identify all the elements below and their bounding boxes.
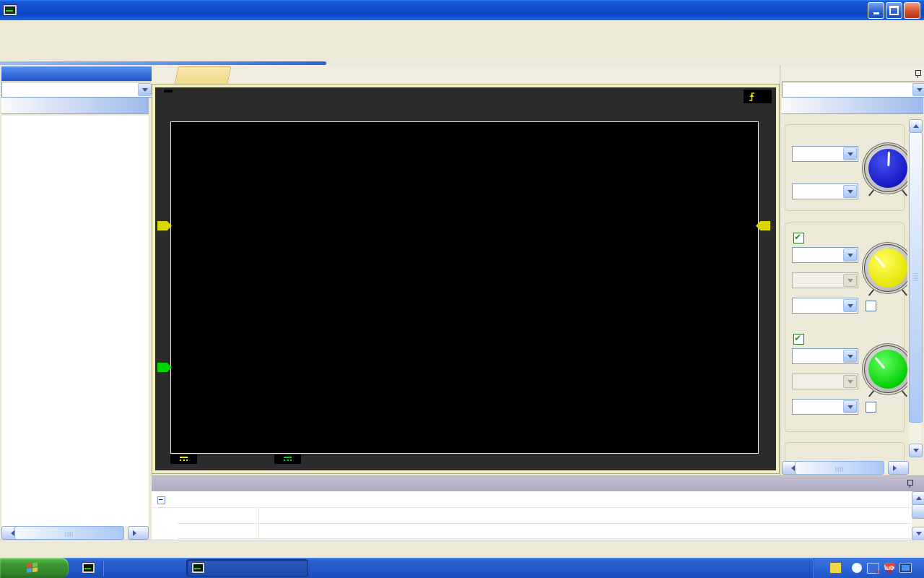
ch1-scale-select[interactable] <box>792 247 858 263</box>
system-tray: \u00d7 <box>814 558 924 578</box>
chevron-down-icon[interactable] <box>843 249 857 262</box>
close-button[interactable] <box>904 2 920 19</box>
control-panel-rebar-strip <box>782 98 923 114</box>
output-row <box>178 508 911 524</box>
ch1-position-marker[interactable] <box>157 221 172 230</box>
ch1-invert-checkbox[interactable] <box>866 301 876 311</box>
scroll-right-icon[interactable] <box>128 526 149 540</box>
ch1-position-knob[interactable] <box>864 244 907 292</box>
output-row <box>178 523 911 539</box>
output-row-label <box>178 523 259 538</box>
chevron-down-icon[interactable] <box>138 83 152 96</box>
minimize-button[interactable] <box>868 2 884 19</box>
control-panel-content <box>783 116 907 464</box>
ch2-readout <box>274 454 301 464</box>
time-div-select[interactable] <box>792 146 858 162</box>
rising-edge-icon <box>748 91 756 102</box>
measure-panel: |||| <box>0 65 152 540</box>
scroll-right-icon[interactable] <box>888 461 909 475</box>
language-bar-icon[interactable] <box>829 562 842 574</box>
control-panel: |||| |||| <box>780 65 924 475</box>
dc-coupling-icon <box>284 457 292 463</box>
scope-graticule-and-traces <box>171 122 758 453</box>
scroll-up-icon[interactable] <box>912 491 924 505</box>
output-body <box>152 491 911 541</box>
output-panel-header <box>152 476 924 491</box>
output-vscrollbar[interactable] <box>912 491 924 540</box>
chevron-down-icon[interactable] <box>843 400 857 413</box>
ch2-position-marker[interactable] <box>157 363 172 372</box>
ch1-enable-checkbox[interactable] <box>793 233 804 243</box>
windows-logo-icon <box>27 562 38 574</box>
ch2-probe-select[interactable] <box>792 399 858 415</box>
toolbar <box>0 39 924 61</box>
control-panel-select[interactable] <box>782 82 924 98</box>
ch1-probe-select[interactable] <box>792 298 858 314</box>
chevron-down-icon[interactable] <box>843 350 857 363</box>
titlebar <box>0 0 924 20</box>
taskbar-app-button[interactable] <box>186 559 308 577</box>
scope-tabbar <box>152 65 780 85</box>
chevron-down-icon[interactable] <box>843 299 857 312</box>
ch1-readout <box>170 454 197 464</box>
ch1-coupling-select <box>792 272 858 288</box>
scope-screen <box>155 87 776 470</box>
measure-tree <box>1 116 149 527</box>
app-icon <box>191 562 205 574</box>
collapse-icon[interactable] <box>157 496 165 504</box>
scope-topbar <box>155 87 776 106</box>
pin-icon[interactable] <box>907 480 912 488</box>
scope-widget <box>152 84 780 474</box>
ch2-position-knob[interactable] <box>864 345 907 393</box>
ch2-coupling-select <box>792 374 858 389</box>
scrollbar-thumb[interactable] <box>912 504 924 519</box>
maximize-button[interactable] <box>886 2 902 19</box>
chevron-down-icon[interactable] <box>843 185 857 198</box>
scope-plot[interactable] <box>170 121 759 454</box>
security-alert-icon[interactable]: \u00d7 <box>884 563 894 574</box>
pin-icon[interactable] <box>915 70 920 78</box>
screen: |||| <box>0 0 924 578</box>
control-panel-header <box>782 66 924 82</box>
scope-bottombar <box>155 452 776 470</box>
measure-panel-header <box>1 66 154 81</box>
horizontal-position-knob[interactable] <box>864 144 907 192</box>
control-panel-hscrollbar[interactable]: |||| <box>782 461 909 473</box>
scroll-down-icon[interactable] <box>912 527 924 540</box>
chevron-down-icon[interactable] <box>912 83 924 96</box>
control-panel-vscrollbar[interactable]: |||| <box>909 119 921 457</box>
scrollbar-thumb[interactable]: |||| <box>14 526 124 540</box>
taskbar: \u00d7 <box>0 558 924 578</box>
tab-scope[interactable] <box>174 66 231 85</box>
dc-coupling-icon <box>180 457 188 463</box>
output-row-label <box>178 508 259 523</box>
trigger-readout <box>744 90 772 103</box>
network-disconnected-icon[interactable] <box>867 563 879 574</box>
measure-channel-select[interactable] <box>1 82 153 98</box>
statusbar <box>0 540 924 558</box>
quick-launch <box>74 560 103 576</box>
chevron-down-icon[interactable] <box>843 147 857 160</box>
hide-tray-icons-icon[interactable] <box>852 563 862 573</box>
chevron-down-icon <box>843 274 857 287</box>
ch2-invert-checkbox[interactable] <box>866 402 876 413</box>
scrollbar-thumb[interactable]: |||| <box>909 132 923 423</box>
quick-launch-app-icon[interactable] <box>82 562 95 574</box>
trigger-status <box>164 90 173 92</box>
measure-hscrollbar[interactable]: |||| <box>1 526 149 538</box>
scroll-down-icon[interactable] <box>909 444 923 457</box>
display-settings-icon[interactable] <box>899 563 912 573</box>
output-group-row[interactable] <box>152 493 911 508</box>
chevron-down-icon <box>843 375 857 388</box>
app-icon <box>3 4 17 16</box>
ch2-enable-checkbox[interactable] <box>793 334 804 345</box>
format-select[interactable] <box>792 184 858 199</box>
scrollbar-thumb[interactable]: |||| <box>795 461 884 475</box>
scroll-up-icon[interactable] <box>909 119 923 133</box>
output-panel <box>152 475 924 541</box>
measure-rebar-strip <box>1 98 149 114</box>
ch2-scale-select[interactable] <box>792 348 858 364</box>
start-button[interactable] <box>0 558 69 578</box>
menubar <box>0 20 924 40</box>
